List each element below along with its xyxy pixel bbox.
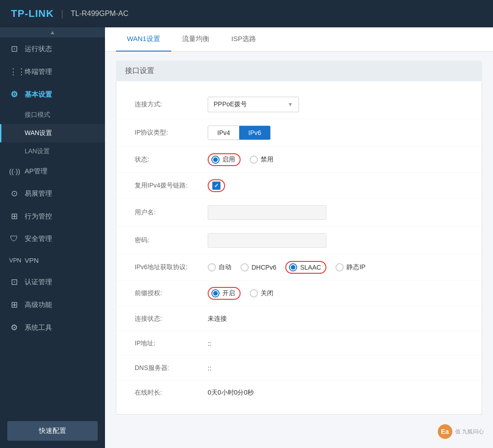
header: TP-LINK | TL-R499GPM-AC — [0, 0, 493, 27]
connection-type-select[interactable]: PPPoE拨号 ▼ — [208, 97, 299, 112]
sidebar-item-ap-label: AP管理 — [25, 167, 47, 176]
ipv6-dhcpv6-radio[interactable]: DHCPv6 — [241, 263, 276, 271]
section-header: 接口设置 — [116, 61, 482, 81]
form-row-ipv6-protocol: IPv6地址获取协议: 自动 DHCPv6 — [116, 255, 482, 281]
behavior-icon: ⊞ — [9, 211, 19, 221]
ap-icon: ((·)) — [9, 167, 19, 175]
form-row-prefix-auth: 前缀授权: 开启 关闭 — [116, 281, 482, 307]
sidebar-item-terminal[interactable]: ⋮⋮ 终端管理 — [0, 60, 105, 83]
sidebar-item-vpn-label: VPN — [25, 256, 39, 264]
status-enable-label: 启用 — [222, 156, 235, 164]
main-layout: ▲ ⊡ 运行状态 ⋮⋮ 终端管理 ⚙ 基本设置 接口模式 WAN设置 LAN设置 — [0, 27, 493, 448]
connection-status-label: 连接状态: — [135, 315, 208, 323]
sidebar-sub-port-mode[interactable]: 接口模式 — [0, 106, 105, 124]
vpn-icon: VPN — [9, 257, 19, 264]
ipv4-toggle[interactable]: IPv4 — [208, 126, 239, 140]
ipv6-auto-radio[interactable]: 自动 — [208, 263, 231, 271]
tab-isp[interactable]: ISP选路 — [220, 27, 267, 52]
sidebar-item-status[interactable]: ⊡ 运行状态 — [0, 37, 105, 60]
ipv6-auto-label: 自动 — [219, 263, 231, 271]
advanced-icon: ⊞ — [9, 300, 19, 310]
tab-wan1[interactable]: WAN1设置 — [116, 27, 171, 52]
ipv6-static-circle — [336, 263, 344, 271]
form-row-ip-protocol: IP协议类型: IPv4 IPv6 — [116, 119, 482, 147]
prefix-auth-off-circle — [250, 289, 258, 297]
password-input[interactable] — [208, 233, 326, 248]
connection-type-label: 连接方式: — [135, 100, 208, 109]
sidebar-item-easy[interactable]: ⊙ 易展管理 — [0, 182, 105, 205]
status-control: 启用 禁用 — [208, 153, 463, 166]
watermark: Ea 值 九狐问心 — [438, 424, 484, 439]
easy-icon: ⊙ — [9, 188, 19, 198]
sidebar-item-basic-label: 基本设置 — [25, 90, 52, 99]
form-row-connection-status: 连接状态: 未连接 — [116, 307, 482, 331]
ipv6-static-radio[interactable]: 静态IP — [336, 263, 365, 271]
username-input[interactable] — [208, 205, 326, 220]
prefix-auth-on-radio[interactable]: 开启 — [211, 289, 235, 297]
ip-protocol-control: IPv4 IPv6 — [208, 125, 463, 140]
sidebar-item-security[interactable]: 🛡 安全管理 — [0, 228, 105, 250]
dns-control: :: — [208, 365, 463, 372]
form-row-dns: DNS服务器: :: — [116, 356, 482, 380]
ip-protocol-toggle: IPv4 IPv6 — [208, 125, 271, 140]
sidebar-item-basic[interactable]: ⚙ 基本设置 — [0, 83, 105, 106]
basic-icon: ⚙ — [9, 89, 19, 99]
form-row-password: 密码: — [116, 227, 482, 255]
prefix-auth-label: 前缀授权: — [135, 289, 208, 297]
connection-type-control: PPPoE拨号 ▼ — [208, 97, 463, 112]
ipv6-dhcpv6-circle — [241, 263, 249, 271]
form-row-connection-type: 连接方式: PPPoE拨号 ▼ — [116, 90, 482, 119]
ipv6-toggle[interactable]: IPv6 — [239, 126, 270, 140]
status-disable-radio[interactable]: 禁用 — [250, 156, 273, 164]
sidebar-sub-lan[interactable]: LAN设置 — [0, 142, 105, 161]
status-enable-radio[interactable]: 启用 — [211, 156, 235, 164]
sidebar-item-advanced[interactable]: ⊞ 高级功能 — [0, 293, 105, 316]
sidebar-sub-wan[interactable]: WAN设置 — [0, 124, 105, 142]
ipv6-dhcpv6-label: DHCPv6 — [252, 264, 276, 271]
prefix-auth-on-circle — [211, 289, 220, 297]
password-label: 密码: — [135, 236, 208, 245]
reuse-ipv4-annotated — [208, 179, 225, 192]
connection-status-control: 未连接 — [208, 315, 463, 323]
ipv6-protocol-radio-group: 自动 DHCPv6 SLAAC — [208, 261, 366, 274]
tab-bar: WAN1设置 流量均衡 ISP选路 — [105, 27, 493, 52]
ip-address-label: IP地址: — [135, 339, 208, 348]
ip-protocol-label: IP协议类型: — [135, 129, 208, 137]
dns-label: DNS服务器: — [135, 364, 208, 372]
sidebar-item-auth[interactable]: ⊡ 认证管理 — [0, 271, 105, 293]
prefix-auth-on-label: 开启 — [222, 289, 235, 297]
password-control — [208, 233, 463, 248]
tab-balance[interactable]: 流量均衡 — [171, 27, 220, 52]
slaac-annotated: SLAAC — [285, 261, 326, 274]
sidebar-item-vpn[interactable]: VPN VPN — [0, 250, 105, 271]
form-row-status: 状态: 启用 禁用 — [116, 147, 482, 173]
auth-icon: ⊡ — [9, 277, 19, 287]
quick-config-button[interactable]: 快速配置 — [7, 421, 98, 441]
header-divider: | — [61, 9, 63, 19]
sidebar-item-ap[interactable]: ((·)) AP管理 — [0, 161, 105, 182]
sidebar-item-auth-label: 认证管理 — [25, 278, 52, 287]
sidebar-footer: 快速配置 — [0, 414, 105, 448]
ipv6-static-label: 静态IP — [346, 263, 365, 271]
watermark-text: 值 九狐问心 — [455, 428, 484, 436]
form-row-reuse-ipv4: 复用IPv4拨号链路: — [116, 173, 482, 199]
ipv6-slaac-radio[interactable]: SLAAC — [289, 263, 321, 271]
scroll-indicator[interactable]: ▲ — [0, 27, 105, 37]
sidebar-item-advanced-label: 高级功能 — [25, 301, 52, 309]
status-radio-group: 启用 禁用 — [208, 153, 273, 166]
security-icon: 🛡 — [9, 234, 19, 244]
sidebar-item-tools[interactable]: ⚙ 系统工具 — [0, 316, 105, 339]
sidebar-item-behavior[interactable]: ⊞ 行为管控 — [0, 205, 105, 228]
reuse-ipv4-checkbox[interactable] — [212, 182, 220, 190]
dns-value: :: — [208, 365, 211, 372]
reuse-ipv4-control — [208, 179, 463, 192]
prefix-auth-off-radio[interactable]: 关闭 — [250, 289, 273, 297]
status-disable-label: 禁用 — [261, 156, 273, 164]
form-row-username: 用户名: — [116, 199, 482, 227]
sidebar-item-easy-label: 易展管理 — [25, 189, 52, 198]
sidebar-item-behavior-label: 行为管控 — [25, 212, 52, 221]
online-time-label: 在线时长: — [135, 389, 208, 397]
ip-address-value: :: — [208, 340, 211, 347]
connection-type-value: PPPoE拨号 — [214, 100, 247, 109]
status-icon: ⊡ — [9, 44, 19, 54]
